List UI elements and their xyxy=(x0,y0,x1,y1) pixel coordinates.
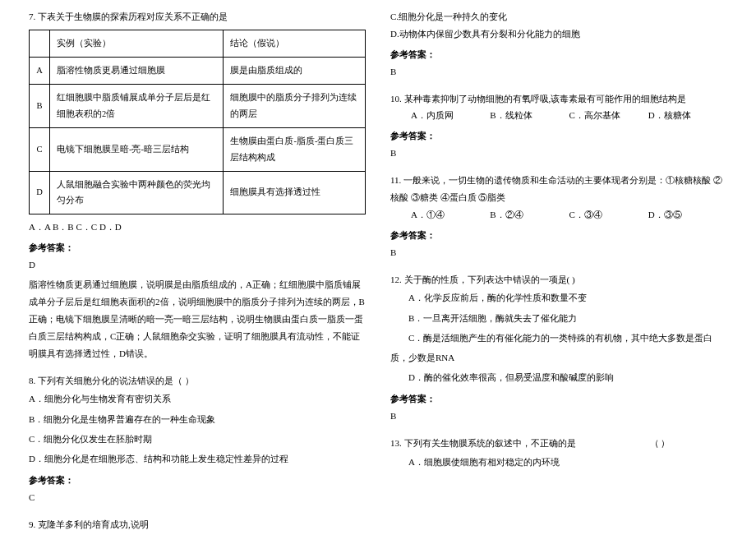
cell-a: A xyxy=(30,57,50,84)
q9-opt-d: D.动物体内保留少数具有分裂和分化能力的细胞 xyxy=(390,25,727,43)
table-row: C 电镜下细胞膜呈暗-亮-暗三层结构 生物膜由蛋白质-脂质-蛋白质三层结构构成 xyxy=(30,127,366,171)
q7-text: 7. 下表关于生物膜的探索历程对应关系不正确的是 xyxy=(29,8,366,25)
q9-text: 9. 克隆羊多利的培育成功,说明 xyxy=(29,516,366,533)
cell: 细胞膜中的脂质分子排列为连续的两层 xyxy=(224,84,366,127)
q10-options: A．内质网 B．线粒体 C．高尔基体 D．核糖体 xyxy=(390,107,727,124)
q8-opt-a: A．细胞分化与生物发育有密切关系 xyxy=(29,389,366,408)
q10-opt-d: D．核糖体 xyxy=(648,107,727,124)
left-column: 7. 下表关于生物膜的探索历程对应关系不正确的是 实例（实验） 结论（假说） A… xyxy=(16,8,378,527)
q10-text: 10. 某种毒素抑制了动物细胞的有氧呼吸,该毒素最有可能作用的细胞结构是 xyxy=(390,90,727,108)
q7-options: A．A B．B C．C D．D xyxy=(29,219,366,236)
q7-explanation: 脂溶性物质更易通过细胞膜，说明膜是由脂质组成的，A正确；红细胞膜中脂质铺展成单分… xyxy=(29,276,366,362)
question-8: 8. 下列有关细胞分化的说法错误的是（ ） A．细胞分化与生物发育有密切关系 B… xyxy=(29,372,366,506)
q7-table: 实例（实验） 结论（假说） A 脂溶性物质更易通过细胞膜 膜是由脂质组成的 B … xyxy=(29,30,366,215)
right-column: C.细胞分化是一种持久的变化 D.动物体内保留少数具有分裂和分化能力的细胞 参考… xyxy=(378,8,740,527)
cell-c: C xyxy=(30,127,50,171)
q13-opt-a: A．细胞膜使细胞有相对稳定的内环境 xyxy=(390,452,727,472)
question-7: 7. 下表关于生物膜的探索历程对应关系不正确的是 实例（实验） 结论（假说） A… xyxy=(29,8,366,362)
cell-d: D xyxy=(30,171,50,214)
q13-text-part1: 13. 下列有关生物膜系统的叙述中，不正确的是 xyxy=(390,438,576,448)
q11-options: A．①④ B．②④ C．③④ D．③⑤ xyxy=(390,206,727,224)
q11-opt-d: D．③⑤ xyxy=(648,206,727,224)
question-12: 12. 关于酶的性质，下列表达中错误的一项是( ) A．化学反应前后，酶的化学性… xyxy=(390,271,727,426)
answer-label: 参考答案： xyxy=(390,390,727,408)
q8-text: 8. 下列有关细胞分化的说法错误的是（ ） xyxy=(29,372,366,390)
q8-answer: C xyxy=(29,489,366,506)
question-10: 10. 某种毒素抑制了动物细胞的有氧呼吸,该毒素最有可能作用的细胞结构是 A．内… xyxy=(390,90,727,163)
q10-opt-a: A．内质网 xyxy=(390,107,490,124)
q11-answer: B xyxy=(390,244,727,261)
q9-opt-c: C.细胞分化是一种持久的变化 xyxy=(390,8,727,25)
cell: 膜是由脂质组成的 xyxy=(224,57,366,84)
cell-b: B xyxy=(30,84,50,127)
q12-opt-c: C．酶是活细胞产生的有催化能力的一类特殊的有机物，其中绝大多数是蛋白质，少数是R… xyxy=(390,328,727,367)
q12-opt-b: B．一旦离开活细胞，酶就失去了催化能力 xyxy=(390,308,727,328)
q8-opt-b: B．细胞分化是生物界普遍存在的一种生命现象 xyxy=(29,409,366,429)
answer-label: 参考答案： xyxy=(29,239,366,256)
answer-label: 参考答案： xyxy=(390,227,727,244)
th-1: 实例（实验） xyxy=(50,30,224,57)
q12-opt-d: D．酶的催化效率很高，但易受温度和酸碱度的影响 xyxy=(390,367,727,387)
cell: 细胞膜具有选择透过性 xyxy=(224,171,366,214)
q10-answer: B xyxy=(390,145,727,162)
question-13: 13. 下列有关生物膜系统的叙述中，不正确的是（ ） A．细胞膜使细胞有相对稳定… xyxy=(390,435,727,472)
q8-opt-d: D．细胞分化是在细胞形态、结构和功能上发生稳定性差异的过程 xyxy=(29,449,366,468)
q11-opt-c: C．③④ xyxy=(569,206,648,224)
table-row: D 人鼠细胞融合实验中两种颜色的荧光均匀分布 细胞膜具有选择透过性 xyxy=(30,171,366,214)
question-9: 9. 克隆羊多利的培育成功,说明 A.分化的动物细胞的全能性消失 B.分化的动物… xyxy=(29,516,366,535)
cell: 脂溶性物质更易通过细胞膜 xyxy=(50,57,224,84)
q7-answer: D xyxy=(29,256,366,274)
answer-label: 参考答案： xyxy=(29,472,366,489)
th-2: 结论（假说） xyxy=(224,30,366,57)
question-9-cont: C.细胞分化是一种持久的变化 D.动物体内保留少数具有分裂和分化能力的细胞 参考… xyxy=(390,8,727,81)
table-header-row: 实例（实验） 结论（假说） xyxy=(30,30,366,57)
q10-opt-b: B．线粒体 xyxy=(490,107,569,124)
cell: 生物膜由蛋白质-脂质-蛋白质三层结构构成 xyxy=(224,127,366,171)
table-row: A 脂溶性物质更易通过细胞膜 膜是由脂质组成的 xyxy=(30,57,366,84)
th-0 xyxy=(30,30,50,57)
q8-opt-c: C．细胞分化仅发生在胚胎时期 xyxy=(29,429,366,449)
q11-opt-a: A．①④ xyxy=(390,206,490,224)
table-row: B 红细胞膜中脂质铺展成单分子层后是红细胞表积的2倍 细胞膜中的脂质分子排列为连… xyxy=(30,84,366,127)
q12-answer: B xyxy=(390,408,727,425)
q13-text: 13. 下列有关生物膜系统的叙述中，不正确的是（ ） xyxy=(390,435,727,452)
q13-text-part2: （ ） xyxy=(650,438,671,448)
q9-answer: B xyxy=(390,63,727,81)
question-11: 11. 一般来说，一切生物的遗传物质和生命活动的主要体现者分别是：①核糖核酸 ②… xyxy=(390,172,727,261)
q12-opt-a: A．化学反应前后，酶的化学性质和数量不变 xyxy=(390,288,727,307)
answer-label: 参考答案： xyxy=(390,46,727,63)
q11-text: 11. 一般来说，一切生物的遗传物质和生命活动的主要体现者分别是：①核糖核酸 ②… xyxy=(390,172,727,206)
q11-opt-b: B．②④ xyxy=(490,206,569,224)
cell: 红细胞膜中脂质铺展成单分子层后是红细胞表积的2倍 xyxy=(50,84,224,127)
cell: 人鼠细胞融合实验中两种颜色的荧光均匀分布 xyxy=(50,171,224,214)
cell: 电镜下细胞膜呈暗-亮-暗三层结构 xyxy=(50,127,224,171)
q12-text: 12. 关于酶的性质，下列表达中错误的一项是( ) xyxy=(390,271,727,288)
q10-opt-c: C．高尔基体 xyxy=(569,107,648,124)
answer-label: 参考答案： xyxy=(390,127,727,145)
